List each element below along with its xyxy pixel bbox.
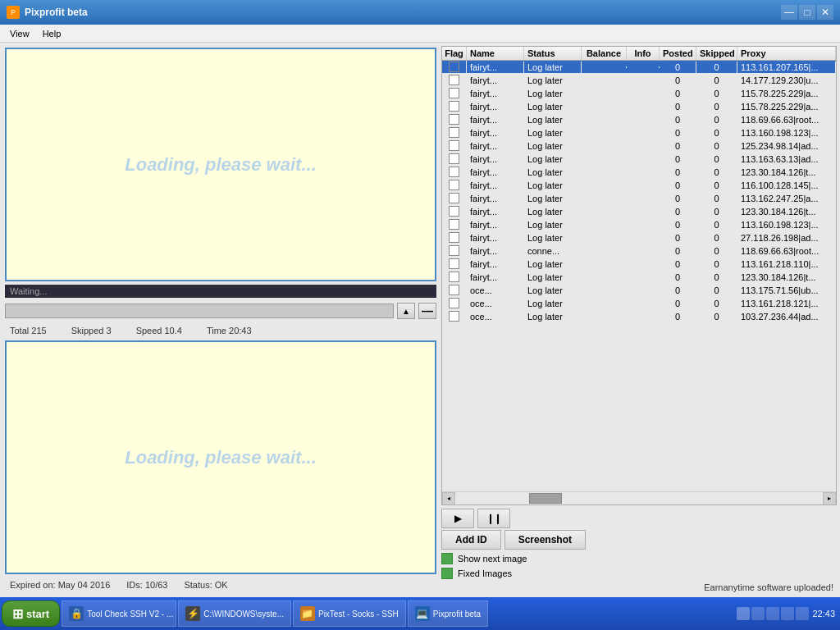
row-flag-15[interactable] xyxy=(442,258,467,270)
table-row[interactable]: fairyt...Log later00113.160.198.123|... xyxy=(442,126,836,139)
row-balance-6 xyxy=(582,145,627,147)
row-checkbox-16[interactable] xyxy=(449,272,459,282)
table-row[interactable]: oce...Log later00113.175.71.56|ub... xyxy=(442,284,836,297)
scroll-right-button[interactable]: ▸ xyxy=(823,492,836,505)
table-row[interactable]: oce...Log later00113.161.218.121|... xyxy=(442,297,836,310)
row-info-19 xyxy=(627,316,660,317)
total-stat: Total 215 xyxy=(10,326,47,336)
row-info-13 xyxy=(627,237,660,239)
row-checkbox-18[interactable] xyxy=(449,298,459,308)
row-flag-9[interactable] xyxy=(442,179,467,191)
row-balance-13 xyxy=(582,237,627,239)
table-row[interactable]: fairyt...Log later00113.160.198.123|... xyxy=(442,218,836,231)
row-checkbox-7[interactable] xyxy=(449,153,459,164)
row-checkbox-10[interactable] xyxy=(449,193,459,203)
row-flag-13[interactable] xyxy=(442,231,467,244)
table-row[interactable]: fairyt...Log later00113.163.63.13|ad... xyxy=(442,153,836,166)
table-row[interactable]: fairyt...Log later00115.78.225.229|a... xyxy=(442,87,836,100)
row-checkbox-9[interactable] xyxy=(449,180,459,190)
row-checkbox-15[interactable] xyxy=(449,258,459,269)
row-skipped-6: 0 xyxy=(696,140,737,152)
row-flag-17[interactable] xyxy=(442,284,467,296)
play-button[interactable]: ▶ xyxy=(441,509,474,528)
scroll-left-button[interactable]: ◂ xyxy=(442,492,455,505)
row-checkbox-17[interactable] xyxy=(449,285,459,295)
show-next-image-checkbox[interactable] xyxy=(441,553,453,564)
horizontal-scrollbar[interactable]: ◂ ▸ xyxy=(442,491,836,504)
row-checkbox-2[interactable] xyxy=(449,88,459,98)
row-flag-19[interactable] xyxy=(442,310,467,322)
row-proxy-17: 113.175.71.56|ub... xyxy=(737,285,836,296)
menu-bar: View Help xyxy=(0,25,840,43)
row-flag-16[interactable] xyxy=(442,271,467,283)
row-flag-5[interactable] xyxy=(442,126,467,139)
col-header-flag: Flag xyxy=(442,47,467,60)
minimize-button[interactable]: — xyxy=(781,5,797,20)
table-row[interactable]: fairyt...Log later0027.118.26.198|ad... xyxy=(442,231,836,244)
row-skipped-12: 0 xyxy=(696,219,737,231)
table-row[interactable]: fairyt...Log later00113.162.247.25|a... xyxy=(442,192,836,205)
row-checkbox-6[interactable] xyxy=(449,140,459,151)
table-row[interactable]: fairyt...Log later00113.161.207.165|... xyxy=(442,61,836,74)
row-posted-6: 0 xyxy=(660,140,696,152)
row-name-18: oce... xyxy=(467,298,524,309)
row-flag-10[interactable] xyxy=(442,192,467,204)
table-row[interactable]: oce...Log later00103.27.236.44|ad... xyxy=(442,310,836,323)
row-checkbox-11[interactable] xyxy=(449,206,459,217)
table-row[interactable]: fairyt...Log later00115.78.225.229|a... xyxy=(442,100,836,113)
expire-bar: Expired on: May 04 2016 IDs: 10/63 Statu… xyxy=(5,578,436,592)
row-checkbox-13[interactable] xyxy=(449,232,459,243)
add-id-button[interactable]: Add ID xyxy=(441,530,501,550)
table-row[interactable]: fairyt...Log later00116.100.128.145|... xyxy=(442,179,836,192)
close-button[interactable]: ✕ xyxy=(817,5,833,20)
row-skipped-5: 0 xyxy=(696,127,737,139)
scroll-thumb[interactable] xyxy=(529,493,562,504)
table-row[interactable]: fairyt...Log later00125.234.98.14|ad... xyxy=(442,139,836,153)
table-row[interactable]: fairyt...Log later00123.30.184.126|t... xyxy=(442,166,836,179)
row-flag-3[interactable] xyxy=(442,100,467,112)
table-row[interactable]: fairyt...Log later0014.177.129.230|u... xyxy=(442,74,836,87)
progress-minimize-button[interactable]: — xyxy=(418,303,436,319)
table-row[interactable]: fairyt...conne...00118.69.66.63|root... xyxy=(442,244,836,258)
row-checkbox-1[interactable] xyxy=(449,75,459,85)
row-checkbox-19[interactable] xyxy=(449,311,459,322)
row-flag-0[interactable] xyxy=(442,61,467,73)
table-row[interactable]: fairyt...Log later00123.30.184.126|t... xyxy=(442,205,836,218)
maximize-button[interactable]: □ xyxy=(799,5,815,20)
row-status-2: Log later xyxy=(524,88,582,99)
row-posted-19: 0 xyxy=(660,311,696,322)
row-checkbox-8[interactable] xyxy=(449,167,459,177)
row-skipped-7: 0 xyxy=(696,153,737,165)
row-skipped-3: 0 xyxy=(696,101,737,112)
row-checkbox-0[interactable] xyxy=(449,62,459,72)
row-flag-8[interactable] xyxy=(442,166,467,178)
pause-button[interactable]: ❙❙ xyxy=(477,509,510,528)
row-flag-14[interactable] xyxy=(442,244,467,257)
table-row[interactable]: fairyt...Log later00118.69.66.63|root... xyxy=(442,113,836,126)
fixed-images-checkbox[interactable] xyxy=(441,568,453,579)
row-checkbox-3[interactable] xyxy=(449,101,459,112)
row-checkbox-12[interactable] xyxy=(449,219,459,230)
menu-help[interactable]: Help xyxy=(36,27,68,40)
row-name-9: fairyt... xyxy=(467,180,524,191)
row-flag-2[interactable] xyxy=(442,87,467,99)
row-flag-11[interactable] xyxy=(442,205,467,217)
row-flag-7[interactable] xyxy=(442,153,467,165)
row-proxy-18: 113.161.218.121|... xyxy=(737,298,836,309)
screenshot-button[interactable]: Screenshot xyxy=(504,530,586,550)
row-balance-16 xyxy=(582,276,627,278)
row-posted-2: 0 xyxy=(660,88,696,99)
row-checkbox-4[interactable] xyxy=(449,114,459,125)
row-flag-18[interactable] xyxy=(442,297,467,309)
row-flag-4[interactable] xyxy=(442,113,467,126)
progress-up-button[interactable]: ▲ xyxy=(397,303,415,319)
table-row[interactable]: fairyt...Log later00123.30.184.126|t... xyxy=(442,271,836,284)
row-checkbox-5[interactable] xyxy=(449,127,459,138)
menu-view[interactable]: View xyxy=(3,27,36,40)
table-row[interactable]: fairyt...Log later00113.161.218.110|... xyxy=(442,258,836,271)
row-flag-6[interactable] xyxy=(442,139,467,152)
show-next-image-row: Show next image xyxy=(441,551,837,566)
row-flag-1[interactable] xyxy=(442,74,467,86)
row-checkbox-14[interactable] xyxy=(449,245,459,256)
row-flag-12[interactable] xyxy=(442,218,467,231)
